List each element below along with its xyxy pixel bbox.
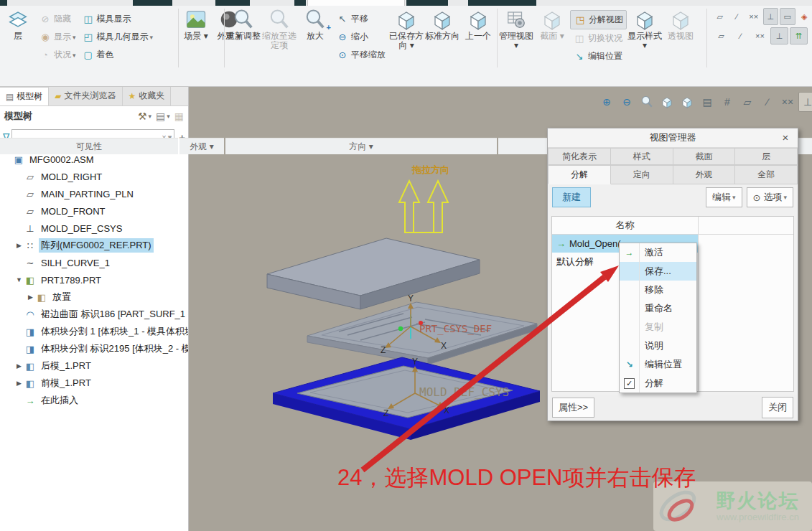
menu-item-激活[interactable]: →激活 — [620, 243, 696, 262]
saved-orientations-button[interactable]: 已保存方向 ▾ — [388, 6, 424, 50]
tab-all[interactable]: 全部 — [735, 165, 798, 184]
close-icon[interactable]: × — [779, 128, 792, 147]
previous-view-button[interactable]: 上一个 — [460, 6, 496, 41]
axis-display-icon[interactable]: ∕ — [729, 8, 745, 25]
spin-center-icon[interactable]: ◈ — [797, 8, 812, 25]
exploded-view-button[interactable]: ◳分解视图 — [570, 10, 627, 29]
ribbon-tab-strip[interactable] — [0, 0, 812, 6]
standard-orientation-button[interactable]: 标准方向 — [424, 6, 460, 41]
refit-button[interactable]: 重新调整 — [225, 6, 261, 41]
point-display-icon[interactable]: ×× — [746, 8, 762, 25]
tree-filters-icon[interactable]: ▤ — [156, 111, 165, 122]
point-tag-display-icon[interactable]: ×× — [751, 27, 769, 44]
tab-explode[interactable]: 分解 — [548, 165, 611, 184]
menu-item-保存[interactable]: 保存... — [620, 262, 696, 281]
tree-item[interactable]: ◨体积块分割 标识2195 [体积块_2 - 模具体 — [0, 340, 188, 357]
pull-direction-display-icon[interactable]: ⇈ — [790, 27, 808, 44]
plane-display-icon[interactable]: ▱ — [738, 92, 757, 112]
checkbox-icon[interactable]: ✓ — [624, 378, 635, 389]
zoom-in-big-button[interactable]: +放大 — [297, 6, 333, 41]
expand-caret-icon[interactable]: ▶ — [14, 362, 24, 370]
tree-item[interactable]: ▼◧PRT1789.PRT — [0, 271, 188, 288]
menu-item-重命名[interactable]: 重命名 — [620, 299, 696, 318]
tab-style[interactable]: 样式 — [611, 148, 673, 165]
ribbon-tab-fragment[interactable] — [133, 0, 172, 6]
top-mold-plate[interactable] — [267, 238, 480, 309]
dialog-title-bar[interactable]: 视图管理器 × — [548, 128, 798, 148]
axis-tag-display-icon[interactable]: ∕ — [732, 27, 750, 44]
view-manager-icon[interactable]: ▤ — [698, 92, 717, 112]
group-label-1[interactable]: 可见性 — [0, 138, 178, 154]
group-label-3[interactable]: 方向 ▾ — [225, 138, 497, 154]
display-style-button[interactable]: 显示样式 ▾ — [627, 6, 663, 50]
tab-orient[interactable]: 定向 — [611, 165, 673, 184]
saved-orientations-icon[interactable] — [678, 92, 696, 112]
tree-item[interactable]: ◠裙边曲面 标识186 [PART_SURF_1 - 分型 — [0, 306, 188, 323]
csys-display-icon[interactable]: ⊥ — [798, 92, 812, 112]
menu-item-分解[interactable]: ✓分解 — [620, 374, 696, 393]
scene-button[interactable]: 场景 ▾ — [179, 6, 213, 41]
ribbon-tab-fragment[interactable] — [468, 0, 536, 6]
tree-item[interactable]: ▱MOLD_RIGHT — [0, 168, 188, 185]
collapse-caret-icon[interactable]: ▼ — [14, 276, 24, 283]
point-display-icon[interactable]: ×× — [778, 92, 797, 112]
display-style-icon[interactable] — [658, 92, 676, 112]
tree-item[interactable]: ▶◧前模_1.PRT — [0, 375, 188, 392]
expand-caret-icon[interactable]: ▶ — [14, 380, 24, 387]
zoom-out-icon[interactable]: ⊖ — [617, 92, 636, 112]
ribbon-tab-fragment[interactable] — [0, 0, 7, 6]
annotation-display-icon[interactable]: ▭ — [780, 8, 795, 25]
new-button[interactable]: 新建 — [552, 187, 591, 207]
zoom-in-icon[interactable]: ⊕ — [597, 92, 616, 112]
menu-item-编辑位置[interactable]: ↘编辑位置 — [620, 355, 696, 374]
tree-item[interactable]: →在此插入 — [0, 392, 188, 409]
manage-views-button[interactable]: 管理视图 ▾ — [498, 6, 534, 50]
ribbon-tab-fragment[interactable] — [215, 0, 250, 6]
tab-sections[interactable]: 截面 — [673, 148, 736, 165]
name-column-header[interactable]: 名称 — [552, 217, 698, 234]
menu-item-移除[interactable]: 移除 — [620, 281, 696, 299]
navigator-tab-folder-browser[interactable]: ▰文件夹浏览器 — [49, 86, 122, 105]
expand-caret-icon[interactable]: ▶ — [14, 242, 24, 249]
tree-settings-arrow[interactable]: ▾ — [148, 113, 151, 120]
axis-display-icon[interactable]: ∕ — [758, 92, 777, 112]
properties-button[interactable]: 属性>> — [552, 398, 594, 418]
refit-icon[interactable] — [638, 92, 656, 112]
tree-item[interactable]: ▱MAIN_PARTING_PLN — [0, 185, 188, 202]
edit-button[interactable]: 编辑▾ — [706, 187, 742, 207]
csys-tag-display-icon[interactable]: ⊥ — [770, 27, 788, 44]
ribbon-tab-active[interactable] — [307, 0, 405, 6]
navigator-tab-model-tree[interactable]: ▤模型树 — [0, 86, 49, 105]
plane-display-icon[interactable]: ▱ — [712, 8, 728, 25]
tree-item[interactable]: ▱MOLD_FRONT — [0, 202, 188, 220]
group-label-2[interactable]: 外观 ▾ — [179, 138, 224, 154]
ribbon-tab-fragment[interactable] — [294, 0, 306, 6]
shade-button[interactable]: ▢着色 — [79, 46, 157, 64]
ribbon-tab-fragment[interactable] — [406, 0, 448, 6]
tree-item[interactable]: ⊥MOLD_DEF_CSYS — [0, 220, 188, 237]
tree-item[interactable]: ◨体积块分割 1 [体积块_1 - 模具体积块] — [0, 323, 188, 340]
tree-item[interactable]: ∼SILH_CURVE_1 — [0, 254, 188, 271]
datum-display-filters-icon[interactable]: # — [718, 92, 737, 112]
csys-display-icon[interactable]: ⊥ — [763, 8, 779, 25]
tree-item[interactable]: ▶◧后模_1.PRT — [0, 357, 188, 375]
tree-settings-icon[interactable]: ⚒ — [138, 111, 147, 122]
menu-item-说明[interactable]: 说明 — [620, 337, 696, 355]
options-button[interactable]: ⊙ 选项▾ — [747, 187, 793, 207]
tree-item[interactable]: ▶∷阵列(MFG0002_REF.PRT) — [0, 237, 188, 254]
tab-simplified-rep[interactable]: 简化表示 — [548, 148, 611, 165]
tab-layers[interactable]: 层 — [735, 148, 798, 165]
mold-display-button[interactable]: ◫模具显示 — [79, 10, 157, 28]
expand-caret-icon[interactable]: ▶ — [26, 293, 35, 301]
pan-button[interactable]: ↖平移 — [333, 10, 388, 28]
layers-button[interactable]: 层 — [0, 6, 36, 41]
tab-appearance[interactable]: 外观 — [673, 165, 736, 184]
mold-geometry-display-button[interactable]: ◰模具几何显示▾ — [79, 28, 157, 46]
navigator-tab-favorites[interactable]: ★收藏夹 — [123, 86, 172, 105]
zoom-out-button[interactable]: ⊖缩小 — [333, 28, 388, 46]
plane-tag-display-icon[interactable]: ▱ — [712, 27, 730, 44]
edit-position-button[interactable]: ↘编辑位置 — [570, 47, 627, 65]
tree-filters-arrow[interactable]: ▾ — [167, 113, 170, 120]
tree-item[interactable]: ▶◧放置 — [0, 288, 188, 306]
close-button[interactable]: 关闭 — [762, 397, 793, 418]
